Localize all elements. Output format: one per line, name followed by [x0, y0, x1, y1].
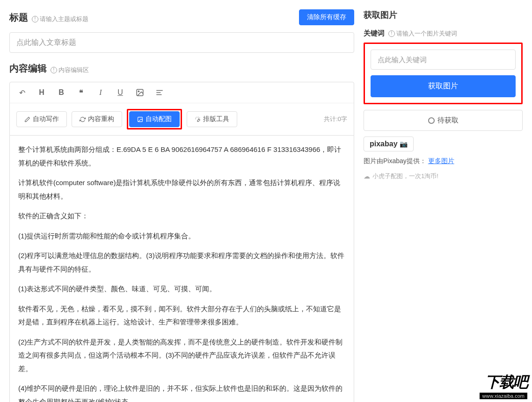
- wand-icon: [195, 116, 201, 122]
- content-paragraph: (1)提供运行时所需功能和性能的命令或计算机程序集合。: [18, 230, 345, 243]
- keyword-input[interactable]: [371, 50, 516, 70]
- action-toolbar: 自动写作 内容重构 自动配图 排版工具 共计:0字: [10, 103, 354, 135]
- sidebar: 获取图片 关键词 ! 请输入一个图片关键词 获取图片 待获取 pixabay 📷…: [364, 9, 523, 402]
- cloud-icon: ☁: [364, 172, 370, 180]
- keyword-label-row: 关键词 ! 请输入一个图片关键词: [364, 29, 523, 38]
- layout-tool-button[interactable]: 排版工具: [187, 111, 237, 127]
- title-header: 标题 ! 请输入主题或标题 清除所有缓存: [9, 9, 354, 25]
- word-count: 共计:0字: [324, 115, 347, 123]
- image-icon[interactable]: [134, 87, 146, 98]
- keyword-label: 关键词: [364, 29, 385, 38]
- editor-content[interactable]: 整个计算机系统由两部分组成：E.69DA 5 E 6 BA 9062616964…: [9, 136, 354, 402]
- more-images-link[interactable]: 更多图片: [428, 157, 454, 165]
- svg-point-1: [138, 91, 139, 92]
- content-paragraph: 软件的正确含义如下：: [18, 209, 345, 223]
- info-icon: !: [388, 30, 395, 37]
- content-label: 内容编辑: [9, 62, 47, 75]
- heading-icon[interactable]: H: [36, 87, 47, 98]
- keyword-hint: ! 请输入一个图片关键词: [388, 29, 457, 38]
- content-paragraph: (1)表达形式不同的硬件类型、颜色、味道、可见、可摸、可闻。: [18, 282, 345, 296]
- circle-icon: [428, 117, 435, 124]
- title-hint: ! 请输入主题或标题: [32, 15, 88, 23]
- content-paragraph: 计算机软件(computer software)是指计算机系统中除硬件以外的所有…: [18, 176, 345, 203]
- title-label: 标题: [9, 11, 28, 24]
- refresh-icon: [80, 116, 86, 122]
- camera-icon: 📷: [400, 140, 408, 148]
- format-toolbar: ↶ H B ❝ I U: [10, 82, 354, 103]
- italic-icon[interactable]: I: [95, 87, 106, 98]
- content-paragraph: 整个计算机系统由两部分组成：E.69DA 5 E 6 BA 9062616964…: [18, 143, 345, 170]
- align-icon[interactable]: [154, 87, 165, 98]
- bold-icon[interactable]: B: [56, 87, 67, 98]
- clear-cache-button[interactable]: 清除所有缓存: [299, 9, 354, 25]
- quote-icon[interactable]: ❝: [75, 87, 87, 98]
- main-column: 标题 ! 请输入主题或标题 清除所有缓存 内容编辑 ! 内容编辑区: [9, 9, 354, 402]
- fetch-image-button[interactable]: 获取图片: [371, 75, 516, 97]
- auto-image-highlight: 自动配图: [127, 109, 182, 129]
- auto-image-button[interactable]: 自动配图: [129, 111, 180, 127]
- content-header: 内容编辑 ! 内容编辑区: [9, 62, 354, 75]
- content-paragraph: (4)维护不同的硬件是旧的，理论上软件是旧的，并不坏，但实际上软件也是旧的和坏的…: [18, 382, 345, 402]
- auto-write-button[interactable]: 自动写作: [16, 111, 67, 127]
- content-paragraph: (2)生产方式不同的软件是开发，是人类智能的高发挥，而不是传统意义上的硬件制造。…: [18, 336, 345, 376]
- article-title-input[interactable]: [9, 32, 354, 53]
- keyword-highlight-box: 获取图片: [364, 43, 523, 104]
- editor-toolbar: ↶ H B ❝ I U 自动写作 内容: [9, 82, 354, 136]
- pencil-icon: [24, 116, 30, 122]
- content-paragraph: (2)程序可以满意地处理信息的数据结构。(3)说明程序功能要求和程序需要的文档的…: [18, 249, 345, 276]
- pending-button[interactable]: 待获取: [364, 110, 523, 131]
- image-icon: [137, 116, 143, 122]
- content-paragraph: 软件看不见，无色，枯燥，看不见，摸不到，闻不到。软件大部分存在于人们的头脑或纸上…: [18, 302, 345, 329]
- sidebar-title: 获取图片: [364, 9, 523, 21]
- restructure-button[interactable]: 内容重构: [72, 111, 122, 127]
- footer-note: ☁ 小虎子配图，一次1淘币!: [364, 172, 523, 180]
- undo-icon[interactable]: ↶: [16, 87, 28, 98]
- info-icon: !: [32, 16, 38, 22]
- info-icon: !: [51, 67, 57, 73]
- pixabay-logo: pixabay 📷: [364, 136, 414, 151]
- content-hint: ! 内容编辑区: [51, 66, 89, 74]
- underline-icon[interactable]: U: [115, 87, 126, 98]
- credit-line: 图片由Pixabay提供： 更多图片: [364, 157, 523, 165]
